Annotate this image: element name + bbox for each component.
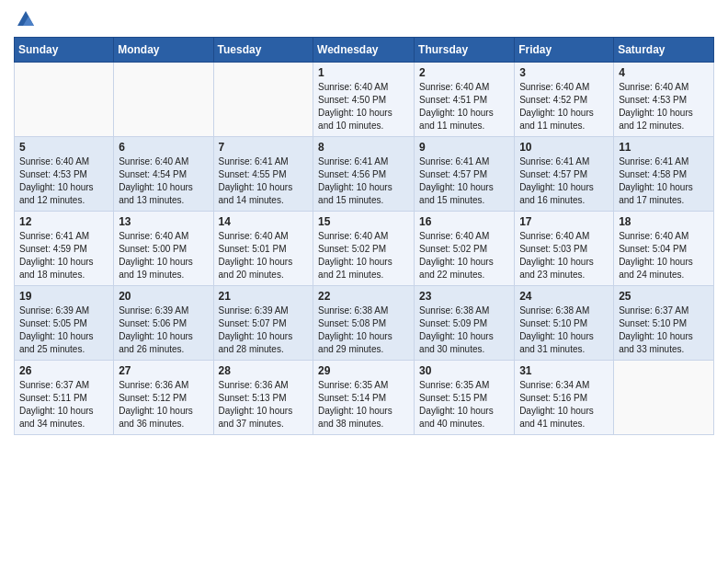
day-info: Sunrise: 6:40 AM Sunset: 4:52 PM Dayligh… bbox=[519, 81, 609, 132]
day-number: 30 bbox=[419, 364, 509, 377]
day-info: Sunrise: 6:41 AM Sunset: 4:55 PM Dayligh… bbox=[219, 155, 309, 207]
week-row-4: 26Sunrise: 6:37 AM Sunset: 5:11 PM Dayli… bbox=[15, 361, 714, 435]
calendar-table: SundayMondayTuesdayWednesdayThursdayFrid… bbox=[14, 37, 714, 435]
header bbox=[14, 9, 714, 28]
logo bbox=[14, 9, 36, 28]
calendar-cell: 9Sunrise: 6:41 AM Sunset: 4:57 PM Daylig… bbox=[415, 137, 515, 212]
day-header-thursday: Thursday bbox=[415, 38, 515, 63]
day-info: Sunrise: 6:38 AM Sunset: 5:09 PM Dayligh… bbox=[419, 304, 509, 356]
calendar-cell: 31Sunrise: 6:34 AM Sunset: 5:16 PM Dayli… bbox=[515, 361, 614, 435]
calendar-cell: 15Sunrise: 6:40 AM Sunset: 5:02 PM Dayli… bbox=[313, 212, 415, 286]
day-number: 17 bbox=[519, 215, 609, 228]
calendar-cell: 30Sunrise: 6:35 AM Sunset: 5:15 PM Dayli… bbox=[415, 361, 515, 435]
day-info: Sunrise: 6:40 AM Sunset: 4:51 PM Dayligh… bbox=[419, 81, 509, 132]
day-number: 31 bbox=[519, 364, 609, 377]
week-row-0: 1Sunrise: 6:40 AM Sunset: 4:50 PM Daylig… bbox=[15, 63, 714, 137]
day-header-tuesday: Tuesday bbox=[213, 38, 313, 63]
calendar-cell: 5Sunrise: 6:40 AM Sunset: 4:53 PM Daylig… bbox=[15, 137, 114, 212]
calendar-cell: 12Sunrise: 6:41 AM Sunset: 4:59 PM Dayli… bbox=[15, 212, 114, 286]
calendar-cell bbox=[15, 63, 114, 137]
calendar-cell: 2Sunrise: 6:40 AM Sunset: 4:51 PM Daylig… bbox=[415, 63, 515, 137]
day-number: 23 bbox=[419, 290, 509, 303]
day-number: 22 bbox=[318, 290, 409, 303]
day-number: 13 bbox=[119, 215, 208, 228]
calendar-cell: 7Sunrise: 6:41 AM Sunset: 4:55 PM Daylig… bbox=[213, 137, 313, 212]
day-info: Sunrise: 6:38 AM Sunset: 5:10 PM Dayligh… bbox=[519, 304, 609, 356]
day-info: Sunrise: 6:40 AM Sunset: 5:00 PM Dayligh… bbox=[119, 230, 208, 282]
calendar-cell bbox=[213, 63, 313, 137]
day-info: Sunrise: 6:36 AM Sunset: 5:12 PM Dayligh… bbox=[119, 379, 208, 431]
day-info: Sunrise: 6:40 AM Sunset: 5:04 PM Dayligh… bbox=[619, 230, 709, 282]
day-info: Sunrise: 6:35 AM Sunset: 5:14 PM Dayligh… bbox=[318, 379, 409, 431]
day-info: Sunrise: 6:39 AM Sunset: 5:07 PM Dayligh… bbox=[219, 304, 309, 356]
main-container: SundayMondayTuesdayWednesdayThursdayFrid… bbox=[0, 0, 728, 444]
day-number: 26 bbox=[19, 364, 108, 377]
calendar-cell: 17Sunrise: 6:40 AM Sunset: 5:03 PM Dayli… bbox=[515, 212, 614, 286]
week-row-2: 12Sunrise: 6:41 AM Sunset: 4:59 PM Dayli… bbox=[15, 212, 714, 286]
day-info: Sunrise: 6:39 AM Sunset: 5:06 PM Dayligh… bbox=[119, 304, 208, 356]
day-info: Sunrise: 6:40 AM Sunset: 5:02 PM Dayligh… bbox=[318, 230, 409, 282]
day-header-wednesday: Wednesday bbox=[313, 38, 415, 63]
calendar-cell: 25Sunrise: 6:37 AM Sunset: 5:10 PM Dayli… bbox=[614, 286, 714, 361]
calendar-cell bbox=[614, 361, 714, 435]
day-number: 5 bbox=[19, 141, 108, 154]
day-number: 25 bbox=[619, 290, 709, 303]
week-row-3: 19Sunrise: 6:39 AM Sunset: 5:05 PM Dayli… bbox=[15, 286, 714, 361]
calendar-cell: 10Sunrise: 6:41 AM Sunset: 4:57 PM Dayli… bbox=[515, 137, 614, 212]
calendar-cell: 8Sunrise: 6:41 AM Sunset: 4:56 PM Daylig… bbox=[313, 137, 415, 212]
week-row-1: 5Sunrise: 6:40 AM Sunset: 4:53 PM Daylig… bbox=[15, 137, 714, 212]
day-info: Sunrise: 6:38 AM Sunset: 5:08 PM Dayligh… bbox=[318, 304, 409, 356]
day-info: Sunrise: 6:34 AM Sunset: 5:16 PM Dayligh… bbox=[519, 379, 609, 431]
day-info: Sunrise: 6:37 AM Sunset: 5:11 PM Dayligh… bbox=[19, 379, 108, 431]
day-number: 16 bbox=[419, 215, 509, 228]
calendar-cell: 29Sunrise: 6:35 AM Sunset: 5:14 PM Dayli… bbox=[313, 361, 415, 435]
calendar-header-row: SundayMondayTuesdayWednesdayThursdayFrid… bbox=[15, 38, 714, 63]
day-number: 6 bbox=[119, 141, 208, 154]
day-number: 11 bbox=[619, 141, 709, 154]
day-info: Sunrise: 6:40 AM Sunset: 4:50 PM Dayligh… bbox=[318, 81, 409, 132]
calendar-cell: 21Sunrise: 6:39 AM Sunset: 5:07 PM Dayli… bbox=[213, 286, 313, 361]
day-number: 2 bbox=[419, 66, 509, 79]
day-number: 24 bbox=[519, 290, 609, 303]
day-info: Sunrise: 6:40 AM Sunset: 4:54 PM Dayligh… bbox=[119, 155, 208, 207]
day-info: Sunrise: 6:40 AM Sunset: 4:53 PM Dayligh… bbox=[19, 155, 108, 207]
day-number: 9 bbox=[419, 141, 509, 154]
day-number: 14 bbox=[219, 215, 309, 228]
day-header-sunday: Sunday bbox=[15, 38, 114, 63]
calendar-cell bbox=[114, 63, 213, 137]
calendar-cell: 6Sunrise: 6:40 AM Sunset: 4:54 PM Daylig… bbox=[114, 137, 213, 212]
calendar-cell: 1Sunrise: 6:40 AM Sunset: 4:50 PM Daylig… bbox=[313, 63, 415, 137]
day-number: 21 bbox=[219, 290, 309, 303]
day-number: 20 bbox=[119, 290, 208, 303]
day-number: 29 bbox=[318, 364, 409, 377]
day-header-saturday: Saturday bbox=[614, 38, 714, 63]
day-number: 7 bbox=[219, 141, 309, 154]
day-info: Sunrise: 6:36 AM Sunset: 5:13 PM Dayligh… bbox=[219, 379, 309, 431]
day-info: Sunrise: 6:41 AM Sunset: 4:57 PM Dayligh… bbox=[419, 155, 509, 207]
day-number: 28 bbox=[219, 364, 309, 377]
day-number: 1 bbox=[318, 66, 409, 79]
calendar-cell: 13Sunrise: 6:40 AM Sunset: 5:00 PM Dayli… bbox=[114, 212, 213, 286]
calendar-cell: 28Sunrise: 6:36 AM Sunset: 5:13 PM Dayli… bbox=[213, 361, 313, 435]
day-info: Sunrise: 6:39 AM Sunset: 5:05 PM Dayligh… bbox=[19, 304, 108, 356]
day-header-monday: Monday bbox=[114, 38, 213, 63]
calendar-cell: 26Sunrise: 6:37 AM Sunset: 5:11 PM Dayli… bbox=[15, 361, 114, 435]
day-number: 12 bbox=[19, 215, 108, 228]
day-info: Sunrise: 6:41 AM Sunset: 4:58 PM Dayligh… bbox=[619, 155, 709, 207]
day-info: Sunrise: 6:41 AM Sunset: 4:57 PM Dayligh… bbox=[519, 155, 609, 207]
day-header-friday: Friday bbox=[515, 38, 614, 63]
calendar-cell: 24Sunrise: 6:38 AM Sunset: 5:10 PM Dayli… bbox=[515, 286, 614, 361]
day-number: 3 bbox=[519, 66, 609, 79]
calendar-cell: 23Sunrise: 6:38 AM Sunset: 5:09 PM Dayli… bbox=[415, 286, 515, 361]
day-info: Sunrise: 6:41 AM Sunset: 4:56 PM Dayligh… bbox=[318, 155, 409, 207]
calendar-cell: 3Sunrise: 6:40 AM Sunset: 4:52 PM Daylig… bbox=[515, 63, 614, 137]
day-info: Sunrise: 6:40 AM Sunset: 5:02 PM Dayligh… bbox=[419, 230, 509, 282]
day-info: Sunrise: 6:37 AM Sunset: 5:10 PM Dayligh… bbox=[619, 304, 709, 356]
day-number: 4 bbox=[619, 66, 709, 79]
calendar-cell: 11Sunrise: 6:41 AM Sunset: 4:58 PM Dayli… bbox=[614, 137, 714, 212]
logo-icon bbox=[16, 9, 36, 29]
day-info: Sunrise: 6:35 AM Sunset: 5:15 PM Dayligh… bbox=[419, 379, 509, 431]
day-info: Sunrise: 6:40 AM Sunset: 5:03 PM Dayligh… bbox=[519, 230, 609, 282]
calendar-cell: 22Sunrise: 6:38 AM Sunset: 5:08 PM Dayli… bbox=[313, 286, 415, 361]
day-number: 18 bbox=[619, 215, 709, 228]
